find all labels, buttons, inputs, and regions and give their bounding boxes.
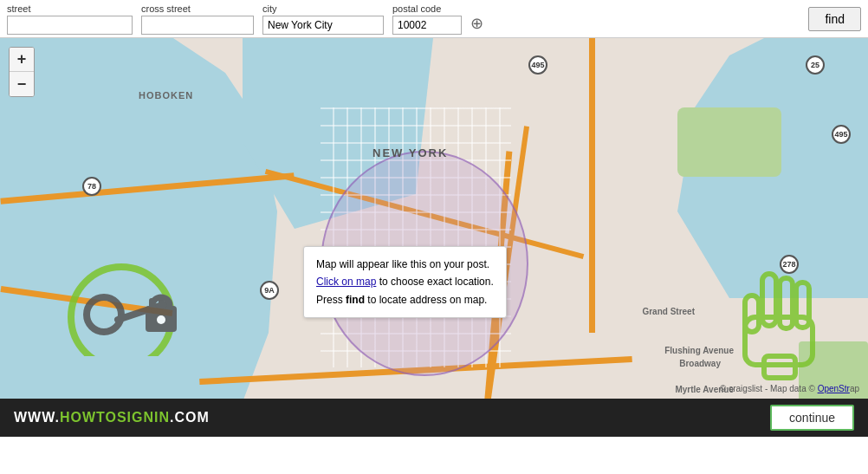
logo-www-text: WWW. bbox=[14, 410, 60, 425]
cross-street-input[interactable] bbox=[141, 16, 254, 35]
city-field-group: city bbox=[262, 3, 384, 35]
popup-line3-prefix: Press bbox=[316, 294, 346, 306]
postal-code-label: postal code bbox=[392, 3, 462, 14]
popup-line3-suffix: to locate address on map. bbox=[365, 294, 487, 306]
road-highway-v2 bbox=[589, 38, 595, 333]
route-badge-495-1: 495 bbox=[528, 55, 547, 75]
svg-point-1 bbox=[87, 297, 121, 332]
cross-street-label: cross street bbox=[141, 3, 254, 14]
bottom-bar: WWW. HOWTOSIGNIN .COM continue bbox=[0, 399, 868, 437]
green-area-calvary bbox=[677, 107, 781, 177]
cross-street-field-group: cross street bbox=[141, 3, 254, 35]
route-badge-78: 78 bbox=[82, 177, 101, 196]
watermark-key-icon-group bbox=[52, 252, 191, 359]
popup-click-link[interactable]: Click on map bbox=[316, 276, 376, 288]
logo-com-text: .COM bbox=[170, 410, 210, 425]
watermark-hand-icon-group bbox=[729, 269, 833, 385]
find-button-wrap: find bbox=[808, 7, 861, 31]
zoom-in-button[interactable]: + bbox=[10, 48, 34, 72]
key-lock-svg bbox=[52, 252, 191, 356]
logo-howtosignin-text: HOWTOSIGNIN bbox=[60, 410, 170, 425]
city-input[interactable] bbox=[262, 16, 384, 35]
openstreetmap-suffix: ap bbox=[850, 384, 859, 393]
postal-code-field-group: postal code bbox=[392, 3, 462, 35]
zoom-controls: + − bbox=[9, 47, 35, 97]
header-bar: street cross street city postal code ⊕ f… bbox=[0, 0, 868, 38]
location-target-icon[interactable]: ⊕ bbox=[470, 14, 483, 33]
popup-line1: Map will appear like this on your post. bbox=[316, 258, 489, 270]
route-badge-495-2: 495 bbox=[832, 125, 851, 144]
map-container[interactable]: HOBOKEN NEW YORK Grand Street Broadway M… bbox=[0, 38, 868, 437]
street-field-group: street bbox=[7, 3, 133, 35]
street-input[interactable] bbox=[7, 16, 133, 35]
popup-find-bold: find bbox=[346, 294, 365, 306]
map-info-popup: Map will appear like this on your post. … bbox=[303, 246, 507, 318]
find-button[interactable]: find bbox=[808, 7, 861, 31]
route-badge-25: 25 bbox=[806, 55, 825, 75]
zoom-out-button[interactable]: − bbox=[10, 72, 34, 96]
popup-line2-suffix: to choose exact location. bbox=[376, 276, 493, 288]
continue-button[interactable]: continue bbox=[770, 405, 854, 431]
openstreetmap-link[interactable]: OpenStr bbox=[818, 384, 850, 393]
map-copyright: © craigslist - Map data © OpenStrap bbox=[720, 384, 859, 393]
street-label: street bbox=[7, 3, 133, 14]
city-label: city bbox=[262, 3, 384, 14]
svg-rect-9 bbox=[780, 278, 793, 328]
route-badge-9a: 9A bbox=[260, 281, 279, 300]
copyright-text: © craigslist - Map data © bbox=[720, 384, 818, 393]
hand-svg bbox=[729, 269, 833, 382]
svg-point-7 bbox=[157, 315, 165, 324]
postal-code-input[interactable] bbox=[392, 16, 462, 35]
